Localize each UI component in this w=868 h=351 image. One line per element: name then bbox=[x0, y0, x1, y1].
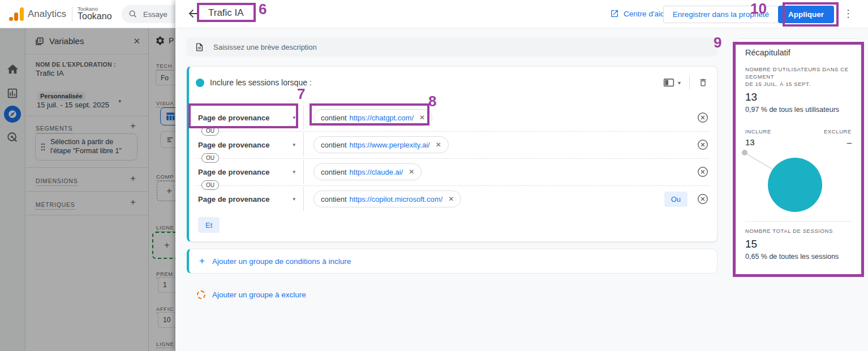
property-name: Tookano bbox=[78, 12, 112, 21]
users-label-line1: NOMBRE D'UTILISATEURS DANS CE bbox=[745, 66, 849, 73]
et-button[interactable]: Et bbox=[198, 217, 220, 233]
summary-panel: Récapitulatif NOMBRE D'UTILISATEURS DANS… bbox=[736, 38, 861, 275]
scope-selector-icon[interactable] bbox=[663, 78, 674, 88]
external-link-icon bbox=[610, 9, 619, 18]
remove-filter-icon[interactable]: ✕ bbox=[448, 195, 454, 203]
segment-pie-chart bbox=[736, 146, 862, 220]
include-label: INCLURE bbox=[745, 128, 771, 136]
search-icon bbox=[128, 10, 137, 19]
chevron-down-icon: ▾ bbox=[293, 142, 295, 148]
modal-scrim bbox=[0, 28, 175, 351]
help-center-label: Centre d'aide bbox=[624, 10, 669, 18]
remove-condition-icon[interactable] bbox=[697, 138, 709, 151]
more-options-icon[interactable]: ⋮ bbox=[843, 7, 853, 20]
chevron-down-icon: ▾ bbox=[293, 115, 295, 120]
users-value: 13 bbox=[745, 91, 757, 103]
remove-filter-icon[interactable]: ✕ bbox=[409, 168, 414, 176]
filter-pill[interactable]: contient https://claude.ai/ ✕ bbox=[313, 163, 422, 180]
exclude-label: EXCLURE bbox=[824, 128, 852, 136]
help-center-link[interactable]: Centre d'aide bbox=[610, 9, 669, 18]
remove-condition-icon[interactable] bbox=[697, 111, 709, 124]
include-header: Inclure les sessions lorsque : bbox=[210, 78, 663, 87]
scope-caret-icon[interactable]: ▾ bbox=[678, 80, 681, 86]
sessions-share: 0,65 % de toutes les sessions bbox=[745, 253, 839, 261]
ga-app-header: Analytics Tookano Tookano Essaye bbox=[0, 0, 175, 28]
or-connector: OU bbox=[201, 126, 219, 136]
apply-button[interactable]: Appliquer bbox=[778, 6, 834, 23]
sessions-label: NOMBRE TOTAL DE SESSIONS bbox=[745, 228, 833, 235]
add-exclude-group-button[interactable]: Ajouter un groupe à exclure bbox=[197, 291, 306, 299]
include-pie-slice bbox=[768, 158, 822, 212]
back-arrow-icon[interactable] bbox=[187, 7, 199, 20]
or-connector: OU bbox=[201, 153, 219, 163]
search-input[interactable]: Essaye bbox=[122, 5, 184, 23]
users-label-line3: DE 15 JUIL. À 15 SEPT. bbox=[745, 81, 849, 88]
search-placeholder: Essaye bbox=[143, 10, 167, 19]
account-switcher[interactable]: Tookano Tookano bbox=[78, 6, 112, 21]
dimension-select[interactable]: Page de provenance ▾ bbox=[196, 141, 303, 149]
annotation-number-8: 8 bbox=[428, 93, 436, 110]
annotation-number-7: 7 bbox=[297, 85, 305, 103]
include-value: 13 bbox=[745, 137, 755, 147]
description-placeholder: Saisissez une brève description bbox=[213, 43, 317, 51]
remove-filter-icon[interactable]: ✕ bbox=[436, 141, 441, 149]
exclude-value: – bbox=[847, 137, 852, 147]
sessions-value: 15 bbox=[745, 238, 757, 250]
add-include-group-button[interactable]: + Ajouter un groupe de conditions à incl… bbox=[187, 249, 717, 274]
annotation-number-10: 10 bbox=[750, 0, 767, 18]
remove-filter-icon[interactable]: ✕ bbox=[419, 114, 425, 122]
ou-button[interactable]: Ou bbox=[664, 192, 687, 207]
analytics-logo-icon bbox=[9, 7, 24, 21]
header-divider bbox=[72, 7, 72, 21]
condition-row: Page de provenance ▾ contient https://ch… bbox=[196, 104, 709, 131]
dimension-select[interactable]: Page de provenance ▾ bbox=[196, 114, 303, 122]
include-condition-group: Inclure les sessions lorsque : ▾ Page de… bbox=[187, 66, 717, 242]
segment-name[interactable]: Trafic IA bbox=[208, 7, 244, 19]
filter-pill[interactable]: contient https://www.perplexity.ai/ ✕ bbox=[313, 136, 449, 153]
summary-title: Récapitulatif bbox=[745, 48, 790, 57]
document-icon bbox=[195, 42, 204, 52]
chevron-down-icon: ▾ bbox=[293, 169, 295, 175]
include-scope-dot bbox=[196, 79, 204, 87]
exclude-dashed-circle-icon bbox=[197, 291, 205, 299]
trash-icon[interactable] bbox=[698, 77, 708, 88]
filter-pill[interactable]: contient https://copilot.microsoft.com/ … bbox=[313, 190, 461, 207]
condition-row: Page de provenance ▾ contient https://ww… bbox=[196, 131, 709, 158]
filter-pill[interactable]: contient https://chatgpt.com/ ✕ bbox=[313, 109, 432, 126]
condition-row: Page de provenance ▾ contient https://cl… bbox=[196, 158, 709, 185]
plus-icon: + bbox=[199, 255, 205, 267]
remove-condition-icon[interactable] bbox=[697, 166, 709, 178]
app-name: Analytics bbox=[28, 8, 66, 20]
chevron-down-icon: ▾ bbox=[293, 196, 295, 202]
or-connector: OU bbox=[201, 180, 219, 190]
dimension-select[interactable]: Page de provenance ▾ bbox=[196, 168, 303, 176]
condition-row: Page de provenance ▾ contient https://co… bbox=[196, 185, 709, 213]
remove-condition-icon[interactable] bbox=[697, 193, 709, 205]
users-label-line2: SEGMENT bbox=[745, 73, 849, 81]
annotation-number-6: 6 bbox=[259, 1, 267, 18]
users-share: 0,97 % de tous les utilisateurs bbox=[745, 106, 839, 114]
dimension-select[interactable]: Page de provenance ▾ bbox=[196, 195, 303, 203]
description-input[interactable]: Saisissez une brève description bbox=[187, 37, 717, 57]
annotation-number-9: 9 bbox=[714, 34, 721, 51]
